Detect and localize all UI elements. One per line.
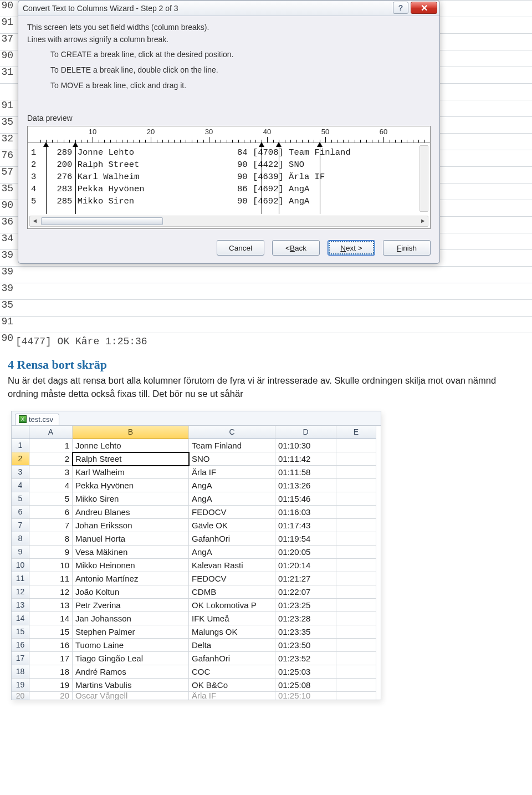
row-header[interactable]: 13 xyxy=(12,599,29,612)
cell[interactable] xyxy=(336,559,376,572)
row-header[interactable]: 12 xyxy=(12,585,29,599)
cell[interactable]: Tuomo Laine xyxy=(73,639,189,652)
cell[interactable]: Jan Johansson xyxy=(73,612,189,625)
cell[interactable]: 01:21:27 xyxy=(275,572,336,585)
cell[interactable]: André Ramos xyxy=(73,665,189,679)
dialog-titlebar[interactable]: Convert Text to Columns Wizard - Step 2 … xyxy=(18,1,439,16)
cell[interactable]: FEDOCV xyxy=(189,506,275,519)
cell[interactable] xyxy=(336,612,376,625)
column-header[interactable]: B xyxy=(73,426,189,439)
cell[interactable]: Petr Zverina xyxy=(73,599,189,612)
cell[interactable]: 01:25:10 xyxy=(275,692,336,700)
cell[interactable]: 5 xyxy=(29,492,73,506)
cell[interactable]: 01:10:30 xyxy=(275,439,336,452)
cell[interactable] xyxy=(336,466,376,479)
cell[interactable]: Ärla IF xyxy=(189,692,275,700)
cell[interactable] xyxy=(336,679,376,692)
cell[interactable]: Gävle OK xyxy=(189,519,275,532)
cell[interactable]: 16 xyxy=(29,639,73,652)
cell[interactable]: 2 xyxy=(29,452,73,466)
workbook-tab[interactable]: X test.csv xyxy=(15,414,59,425)
preview-vertical-scrollbar[interactable] xyxy=(420,145,428,212)
row-header[interactable]: 8 xyxy=(12,532,29,546)
cell[interactable] xyxy=(336,439,376,452)
cell[interactable]: Kalevan Rasti xyxy=(189,559,275,572)
cell[interactable]: OK B&Co xyxy=(189,679,275,692)
row-header[interactable]: 20 xyxy=(12,692,29,700)
row-header[interactable]: 15 xyxy=(12,625,29,639)
cell[interactable] xyxy=(336,599,376,612)
cell[interactable]: 18 xyxy=(29,665,73,679)
cell[interactable] xyxy=(336,692,376,700)
row-header[interactable]: 19 xyxy=(12,679,29,692)
cell[interactable]: CDMB xyxy=(189,585,275,599)
scroll-left-icon[interactable]: ◄ xyxy=(30,218,40,225)
cell[interactable] xyxy=(336,546,376,559)
cell[interactable]: 14 xyxy=(29,612,73,625)
cell[interactable] xyxy=(336,452,376,466)
row-header[interactable]: 5 xyxy=(12,492,29,506)
cell[interactable]: 01:17:43 xyxy=(275,519,336,532)
row-header[interactable]: 7 xyxy=(12,519,29,532)
cell[interactable]: 10 xyxy=(29,559,73,572)
cell[interactable]: Ärla IF xyxy=(189,466,275,479)
cell[interactable]: 01:23:52 xyxy=(275,652,336,665)
dialog-close-button[interactable]: ✕ xyxy=(411,2,437,14)
cell[interactable]: Karl Walheim xyxy=(73,466,189,479)
cell[interactable]: Manuel Horta xyxy=(73,532,189,546)
column-header[interactable]: E xyxy=(336,426,376,439)
ruler[interactable]: 102030405060 xyxy=(28,126,430,143)
select-all-corner[interactable] xyxy=(12,426,29,439)
cell[interactable]: 13 xyxy=(29,599,73,612)
cell[interactable]: COC xyxy=(189,665,275,679)
row-header[interactable]: 17 xyxy=(12,652,29,665)
cell[interactable] xyxy=(336,506,376,519)
cell[interactable]: 7 xyxy=(29,519,73,532)
cell[interactable]: 8 xyxy=(29,532,73,546)
column-header[interactable]: A xyxy=(29,426,73,439)
scroll-right-icon[interactable]: ► xyxy=(418,218,428,225)
cell[interactable]: 3 xyxy=(29,466,73,479)
cell[interactable]: OK Lokomotiva P xyxy=(189,599,275,612)
cell[interactable] xyxy=(336,492,376,506)
cell[interactable] xyxy=(336,625,376,639)
cell[interactable]: 01:16:03 xyxy=(275,506,336,519)
row-header[interactable]: 6 xyxy=(12,506,29,519)
cell[interactable]: Mikko Heinonen xyxy=(73,559,189,572)
cell[interactable]: 01:20:05 xyxy=(275,546,336,559)
cell[interactable] xyxy=(336,665,376,679)
cell[interactable]: 01:23:50 xyxy=(275,639,336,652)
cell[interactable] xyxy=(336,585,376,599)
row-header[interactable]: 16 xyxy=(12,639,29,652)
cell[interactable] xyxy=(336,572,376,585)
cell[interactable]: AngA xyxy=(189,492,275,506)
cell[interactable]: GafanhOri xyxy=(189,532,275,546)
row-header[interactable]: 4 xyxy=(12,479,29,492)
scroll-thumb[interactable] xyxy=(41,217,163,225)
cell[interactable]: Jonne Lehto xyxy=(73,439,189,452)
cell[interactable]: 01:22:07 xyxy=(275,585,336,599)
cell[interactable]: 01:25:03 xyxy=(275,665,336,679)
cell[interactable]: 01:19:54 xyxy=(275,532,336,546)
row-header[interactable]: 2 xyxy=(12,452,29,466)
finish-button[interactable]: Finish xyxy=(383,240,431,256)
cell[interactable]: 9 xyxy=(29,546,73,559)
cell[interactable]: 12 xyxy=(29,585,73,599)
cell[interactable]: 01:11:42 xyxy=(275,452,336,466)
next-button[interactable]: Next > xyxy=(328,240,375,256)
cancel-button[interactable]: Cancel xyxy=(217,240,264,256)
cell[interactable]: SNO xyxy=(189,452,275,466)
cell[interactable]: 1 xyxy=(29,439,73,452)
cell[interactable]: 01:11:58 xyxy=(275,466,336,479)
row-header[interactable]: 11 xyxy=(12,572,29,585)
preview-horizontal-scrollbar[interactable]: ◄ ► xyxy=(29,216,428,227)
cell[interactable]: 01:23:25 xyxy=(275,599,336,612)
cell[interactable]: 11 xyxy=(29,572,73,585)
cell[interactable]: Andreu Blanes xyxy=(73,506,189,519)
cell[interactable]: Vesa Mäkinen xyxy=(73,546,189,559)
column-header[interactable]: D xyxy=(275,426,336,439)
row-header[interactable]: 3 xyxy=(12,466,29,479)
cell[interactable]: 15 xyxy=(29,625,73,639)
cell[interactable]: Mikko Siren xyxy=(73,492,189,506)
cell[interactable]: Martins Vabulis xyxy=(73,679,189,692)
